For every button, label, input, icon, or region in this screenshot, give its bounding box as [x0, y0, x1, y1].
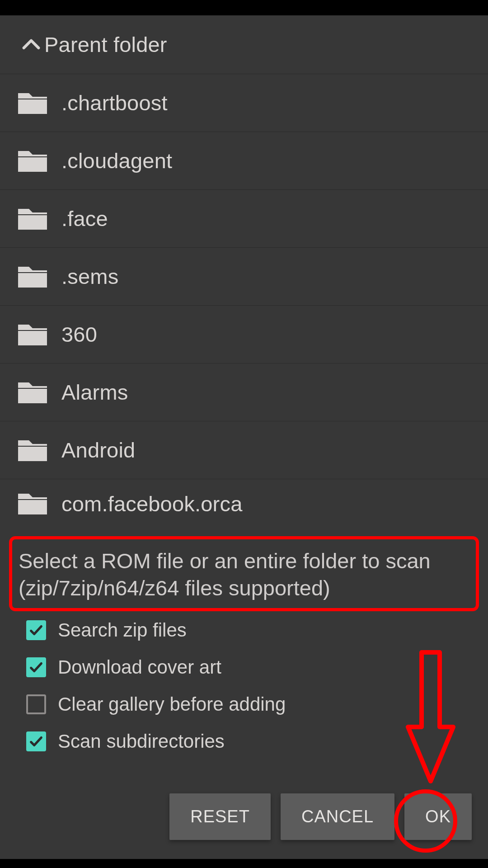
folder-row[interactable]: .face	[0, 190, 488, 248]
folder-row[interactable]: .sems	[0, 248, 488, 306]
option-search-zip[interactable]: Search zip files	[26, 619, 488, 641]
parent-folder-label: Parent folder	[44, 32, 167, 57]
instruction-highlight: Select a ROM file or an entire folder to…	[9, 536, 479, 611]
folder-row[interactable]: com.facebook.orca	[0, 479, 488, 528]
parent-folder-row[interactable]: Parent folder	[0, 15, 488, 74]
scan-options: Search zip files Download cover art Clea…	[26, 619, 488, 752]
folder-row[interactable]: Alarms	[0, 363, 488, 421]
option-label: Clear gallery before adding	[58, 693, 286, 715]
folder-icon	[18, 492, 61, 515]
ok-button[interactable]: OK	[404, 793, 472, 840]
reset-button[interactable]: RESET	[169, 793, 271, 840]
checkbox-checked-icon[interactable]	[26, 657, 46, 677]
option-download-cover-art[interactable]: Download cover art	[26, 656, 488, 678]
folder-row[interactable]: .chartboost	[0, 74, 488, 132]
file-list: Parent folder .chartboost .cloudagent .f…	[0, 15, 488, 528]
folder-icon	[18, 323, 61, 346]
folder-icon	[18, 381, 61, 404]
instruction-text: Select a ROM file or an entire folder to…	[19, 547, 469, 602]
folder-name: .chartboost	[61, 90, 168, 115]
folder-row[interactable]: 360	[0, 306, 488, 363]
folder-icon	[18, 265, 61, 288]
cancel-button[interactable]: CANCEL	[281, 793, 394, 840]
checkbox-checked-icon[interactable]	[26, 620, 46, 640]
folder-name: Alarms	[61, 380, 128, 405]
folder-icon	[18, 207, 61, 231]
option-label: Download cover art	[58, 656, 221, 678]
folder-name: .face	[61, 206, 108, 231]
folder-icon	[18, 149, 61, 173]
folder-row[interactable]: Android	[0, 421, 488, 479]
folder-picker-dialog: Parent folder .chartboost .cloudagent .f…	[0, 15, 488, 859]
checkbox-checked-icon[interactable]	[26, 731, 46, 751]
checkbox-unchecked-icon[interactable]	[26, 694, 46, 714]
folder-name: .cloudagent	[61, 148, 172, 173]
folder-name: Android	[61, 438, 135, 462]
folder-icon	[18, 439, 61, 462]
dialog-button-bar: RESET CANCEL OK	[169, 793, 472, 840]
option-scan-subdirs[interactable]: Scan subdirectories	[26, 731, 488, 752]
option-label: Scan subdirectories	[58, 731, 225, 752]
folder-name: 360	[61, 322, 97, 347]
folder-name: .sems	[61, 264, 118, 289]
folder-name: com.facebook.orca	[61, 491, 243, 516]
option-label: Search zip files	[58, 619, 187, 641]
folder-icon	[18, 91, 61, 115]
chevron-up-icon	[18, 32, 44, 58]
option-clear-gallery[interactable]: Clear gallery before adding	[26, 693, 488, 715]
folder-row[interactable]: .cloudagent	[0, 132, 488, 190]
